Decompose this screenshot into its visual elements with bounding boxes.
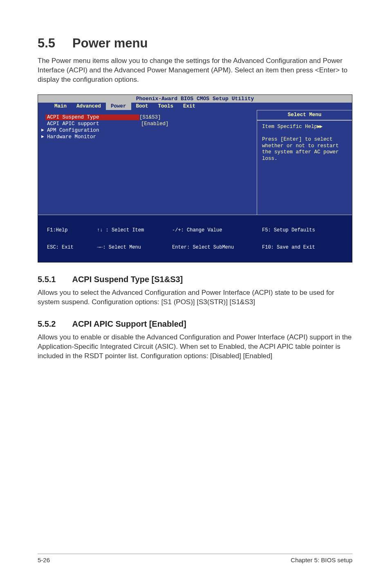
section-number: 5.5 (38, 36, 55, 51)
bios-item-label: ACPI Suspend Type (45, 114, 139, 120)
footer-f5: F5: Setup Defaults (262, 227, 315, 233)
section-intro: The Power menu items allow you to change… (38, 56, 352, 85)
footer-enter: Enter: Select SubMenu (172, 245, 262, 250)
footer-f10: F10: Save and Exit (262, 245, 315, 250)
footer-updown: ↑↓ : Select Item (97, 227, 172, 233)
subsection-body: Allows you to enable or disable the Adva… (38, 333, 352, 361)
bios-item-acpi-suspend[interactable]: ACPI Suspend Type [S1&S3] (47, 114, 253, 121)
submenu-triangle-icon: ▶ (41, 127, 44, 132)
bios-item-value: [Enabled] (141, 121, 169, 127)
footer-leftright: →←: Select Menu (97, 245, 172, 250)
bios-right-panel: Select Menu Item Specific Help▶▶ Press [… (257, 110, 352, 215)
bios-item-acpi-apic[interactable]: ACPI APIC support [Enabled] (47, 121, 253, 127)
bios-window-title: Phoenix-Award BIOS CMOS Setup Utility (38, 95, 352, 103)
bios-menu-exit[interactable]: Exit (178, 103, 200, 110)
subsection-number: 5.5.1 (38, 275, 56, 284)
bios-item-value: [S1&S3] (139, 114, 161, 120)
bios-menu-power[interactable]: Power (106, 103, 131, 110)
footer-f1: F1:Help (47, 227, 97, 233)
subsection-title-text: ACPI APIC Support [Enabled] (72, 319, 186, 328)
subsection-number: 5.5.2 (38, 319, 56, 329)
bios-left-panel: ACPI Suspend Type [S1&S3] ACPI APIC supp… (38, 110, 257, 215)
bios-item-label: ACPI APIC support (47, 121, 141, 127)
subsection-body: Allows you to select the Advanced Config… (38, 288, 352, 307)
bios-screenshot: Phoenix-Award BIOS CMOS Setup Utility Ma… (38, 94, 352, 263)
subsection-heading: 5.5.2ACPI APIC Support [Enabled] (38, 319, 352, 329)
footer-plusminus: -/+: Change Value (172, 227, 262, 233)
subsection-heading: 5.5.1ACPI Suspend Type [S1&S3] (38, 275, 352, 284)
bios-help-body: Press [Enter] to select whether or not t… (262, 137, 339, 162)
bios-menu-boot[interactable]: Boot (131, 103, 153, 110)
page-footer: 5-26 Chapter 5: BIOS setup (38, 554, 352, 563)
bios-menu-tools[interactable]: Tools (153, 103, 179, 110)
bios-right-header: Select Menu (257, 110, 352, 120)
bios-menu-main[interactable]: Main (49, 103, 72, 110)
subsection-5-5-2: 5.5.2ACPI APIC Support [Enabled] Allows … (38, 319, 352, 361)
bios-item-label: Hardware Monitor (47, 134, 141, 140)
section-heading: 5.5Power menu (38, 36, 352, 51)
bios-footer: F1:Help ESC: Exit ↑↓ : Select Item →←: S… (38, 215, 352, 262)
subsection-5-5-1: 5.5.1ACPI Suspend Type [S1&S3] Allows yo… (38, 275, 352, 307)
subsection-title-text: ACPI Suspend Type [S1&S3] (72, 275, 183, 284)
section-title-text: Power menu (72, 36, 148, 50)
chapter-label: Chapter 5: BIOS setup (291, 557, 352, 563)
footer-esc: ESC: Exit (47, 245, 97, 250)
submenu-triangle-icon: ▶ (41, 134, 44, 139)
bios-help-arrows-icon: ▶▶ (317, 124, 322, 130)
bios-help-label: Item Specific Help (262, 124, 317, 130)
bios-item-label: APM Configuration (47, 128, 141, 133)
bios-right-help: Item Specific Help▶▶ Press [Enter] to se… (257, 120, 352, 215)
bios-menubar: Main Advanced Power Boot Tools Exit (38, 103, 352, 110)
bios-item-hardware-monitor[interactable]: ▶ Hardware Monitor (47, 134, 253, 140)
page-number: 5-26 (38, 557, 50, 563)
bios-item-apm-config[interactable]: ▶ APM Configuration (47, 127, 253, 134)
bios-menu-advanced[interactable]: Advanced (72, 103, 106, 110)
